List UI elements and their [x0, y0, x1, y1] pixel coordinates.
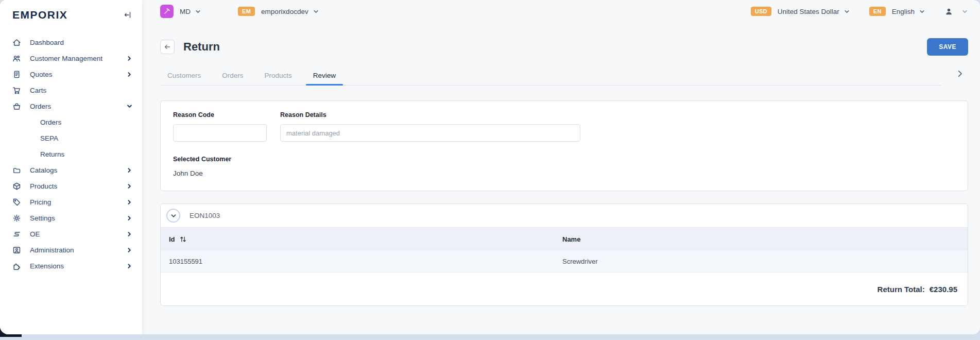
sidebar: EMPORIX Dashboard Customer Management [0, 0, 143, 334]
app-window: EMPORIX Dashboard Customer Management [0, 0, 980, 334]
sidebar-nav: Dashboard Customer Management Quotes [0, 28, 142, 274]
selected-customer-value: John Doe [173, 169, 955, 177]
chevron-right-icon [127, 216, 132, 220]
sidebar-subitem-label: Orders [40, 118, 61, 126]
sidebar-item-pricing[interactable]: Pricing [0, 194, 142, 210]
sidebar-item-label: Products [30, 182, 127, 190]
collapse-section-button[interactable] [166, 209, 180, 223]
sidebar-item-label: Dashboard [30, 39, 132, 46]
currency-switcher[interactable]: USD United States Dollar [751, 7, 850, 16]
tenant-label: emporixdocdev [261, 8, 308, 15]
chevron-right-icon [127, 232, 132, 236]
back-button[interactable] [160, 40, 175, 54]
chevron-down-icon [844, 9, 850, 14]
user-avatar-icon [944, 7, 953, 16]
sidebar-item-settings[interactable]: Settings [0, 210, 142, 226]
tenant-switcher[interactable]: EM emporixdocdev [238, 7, 319, 16]
sidebar-collapse-icon[interactable] [124, 11, 132, 19]
tabs: Customers Orders Products Review [160, 67, 942, 86]
user-menu[interactable] [944, 7, 968, 16]
chevron-right-icon [127, 248, 132, 252]
review-form-card: Reason Code Reason Details Selected Cust… [160, 100, 968, 191]
reason-details-field: Reason Details [280, 111, 580, 142]
catalog-icon [12, 166, 21, 175]
sort-icon[interactable] [179, 235, 187, 243]
chevron-right-icon [127, 56, 132, 61]
sidebar-subitem-label: Returns [40, 150, 64, 158]
chevron-right-icon [127, 184, 132, 189]
document-icon [12, 70, 21, 79]
chevron-right-icon [127, 72, 132, 77]
flow-icon [12, 230, 21, 239]
page-header: Return SAVE [143, 23, 980, 56]
reason-code-field: Reason Code [173, 111, 267, 142]
chevron-right-icon [127, 200, 132, 205]
order-number: EON1003 [190, 212, 220, 219]
name-column-header: Name [562, 234, 968, 244]
language-label: English [892, 8, 915, 15]
sidebar-item-label: Administration [30, 246, 127, 254]
site-badge [160, 5, 174, 18]
id-column-header: Id [161, 235, 562, 243]
cube-icon [12, 182, 21, 191]
sidebar-item-oe[interactable]: OE [0, 226, 142, 242]
sidebar-item-extensions[interactable]: Extensions [0, 258, 142, 274]
sidebar-item-label: Carts [30, 87, 132, 94]
sidebar-item-orders[interactable]: Orders [0, 98, 142, 114]
site-label: MD [180, 8, 191, 15]
language-badge: EN [869, 7, 886, 16]
sidebar-item-quotes[interactable]: Quotes [0, 66, 142, 82]
table-header: Id Name [161, 228, 968, 250]
puzzle-icon [12, 262, 21, 271]
emporix-logo: EMPORIX [12, 9, 67, 21]
order-items-card: EON1003 Id Name 103155591 Screwd [160, 203, 968, 306]
sidebar-item-label: Catalogs [30, 166, 127, 174]
tab-review[interactable]: Review [306, 67, 343, 85]
admin-user-icon [12, 246, 21, 255]
home-icon [12, 38, 21, 47]
sidebar-item-catalogs[interactable]: Catalogs [0, 162, 142, 178]
sidebar-item-label: OE [30, 230, 127, 238]
sidebar-item-dashboard[interactable]: Dashboard [0, 35, 142, 50]
order-section-header: EON1003 [161, 204, 968, 228]
sidebar-item-label: Quotes [30, 71, 127, 78]
sidebar-header: EMPORIX [0, 0, 142, 28]
reason-details-input[interactable] [280, 124, 580, 142]
reason-code-input[interactable] [173, 124, 267, 142]
currency-label: United States Dollar [778, 8, 839, 15]
topbar-right: USD United States Dollar EN English [751, 7, 968, 16]
chevron-down-icon [127, 104, 132, 109]
sidebar-subitem-returns[interactable]: Returns [0, 146, 142, 162]
topbar: MD EM emporixdocdev USD United States Do… [143, 0, 980, 23]
basket-icon [12, 102, 21, 111]
selected-customer-block: Selected Customer John Doe [173, 156, 955, 177]
table-row[interactable]: 103155591 Screwdriver [161, 250, 968, 273]
sidebar-subitem-sepa[interactable]: SEPA [0, 130, 142, 146]
chevron-down-icon [313, 9, 319, 14]
sidebar-subitem-orders[interactable]: Orders [0, 114, 142, 130]
sidebar-item-label: Orders [30, 103, 127, 110]
currency-badge: USD [751, 7, 771, 16]
tag-icon [12, 198, 21, 207]
save-button[interactable]: SAVE [927, 38, 968, 56]
page-title: Return [183, 40, 220, 54]
site-switcher[interactable]: MD [160, 5, 201, 18]
sidebar-item-customer-management[interactable]: Customer Management [0, 50, 142, 66]
sidebar-item-label: Extensions [30, 262, 127, 270]
sidebar-item-label: Settings [30, 214, 127, 222]
sidebar-item-administration[interactable]: Administration [0, 242, 142, 258]
item-id-cell: 103155591 [161, 258, 562, 265]
sidebar-item-carts[interactable]: Carts [0, 82, 142, 98]
tab-products[interactable]: Products [257, 67, 299, 85]
chevron-down-icon [195, 9, 201, 14]
chevron-down-icon [919, 9, 925, 14]
tabs-row: Customers Orders Products Review [160, 67, 980, 86]
return-total-row: Return Total: €230.95 [161, 273, 968, 305]
language-switcher[interactable]: EN English [869, 7, 925, 16]
sidebar-item-products[interactable]: Products [0, 178, 142, 194]
sidebar-item-label: Customer Management [30, 55, 127, 62]
users-icon [12, 54, 21, 63]
tabs-scroll-right-icon[interactable] [956, 70, 964, 77]
tab-customers[interactable]: Customers [160, 67, 208, 85]
tab-orders[interactable]: Orders [215, 67, 250, 85]
